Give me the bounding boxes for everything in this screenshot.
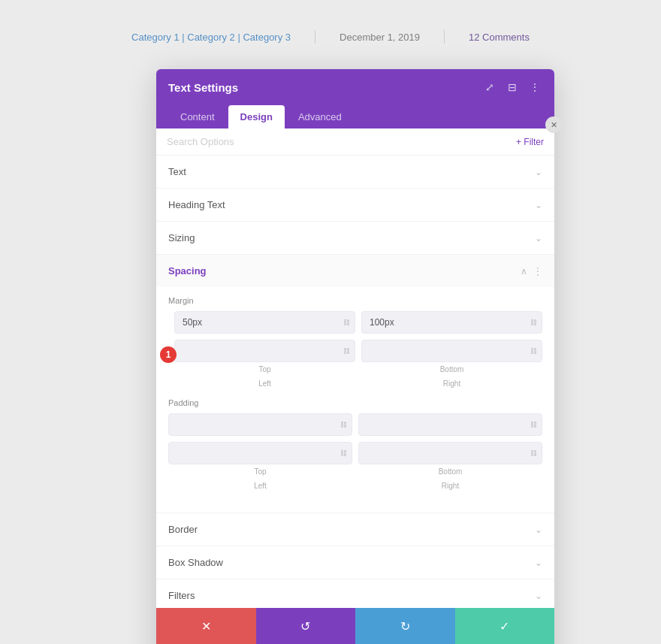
margin-right-wrapper: ⛓: [361, 340, 542, 362]
spacing-body: Margin 1 ⛓ ⛓: [156, 287, 554, 512]
section-filters-label: Filters: [168, 590, 195, 601]
split-icon[interactable]: ⊟: [505, 80, 520, 95]
spacing-title: Spacing: [168, 265, 207, 277]
section-border[interactable]: Border ⌄: [156, 513, 554, 546]
padding-left-wrapper: ⛓: [168, 442, 352, 464]
undo-button[interactable]: ↺: [256, 608, 356, 644]
padding-right-wrapper: ⛓: [358, 442, 542, 464]
redo-button[interactable]: ↻: [355, 608, 455, 644]
link-icon: ⛓: [340, 421, 347, 428]
section-sizing-label: Sizing: [168, 232, 195, 243]
section-box-shadow-label: Box Shadow: [168, 557, 223, 568]
padding-label: Padding: [168, 398, 542, 407]
tab-content[interactable]: Content: [168, 105, 227, 128]
padding-right-label: Right: [358, 482, 542, 490]
padding-top-label: Top: [168, 467, 352, 476]
chevron-down-icon: ⌄: [535, 558, 542, 568]
filter-button[interactable]: + Filter: [516, 137, 544, 147]
margin-inputs: ⛓ ⛓ ⛓ ⛓: [174, 311, 542, 398]
margin-right-label: Right: [361, 379, 542, 388]
section-heading-text-label: Heading Text: [168, 199, 225, 210]
section-spacing: Spacing ∧ ⋮ Margin 1 ⛓: [156, 255, 554, 513]
more-icon[interactable]: ⋮: [527, 80, 542, 95]
search-input[interactable]: [167, 136, 516, 147]
panel-close-button[interactable]: ✕: [545, 116, 562, 133]
section-heading-text[interactable]: Heading Text ⌄: [156, 189, 554, 222]
panel-header: Text Settings ⤢ ⊟ ⋮: [156, 69, 554, 105]
padding-bottom-label: Bottom: [358, 467, 542, 476]
action-bar: ✕ ↺ ↻ ✓: [156, 608, 554, 644]
chevron-down-icon: ⌄: [535, 525, 542, 535]
link-icon: ⛓: [530, 347, 537, 355]
chevron-down-icon: ⌄: [535, 233, 542, 243]
save-button[interactable]: ✓: [455, 608, 555, 644]
padding-left-input[interactable]: [168, 442, 352, 464]
chevron-up-icon[interactable]: ∧: [521, 266, 527, 277]
panel-search: + Filter: [156, 128, 554, 156]
chevron-down-icon: ⌄: [535, 167, 542, 177]
padding-right-input[interactable]: [358, 442, 542, 464]
margin-grid-top: ⛓ ⛓ ⛓ ⛓: [174, 311, 542, 362]
link-icon: ⛓: [340, 449, 347, 457]
link-icon: ⛓: [343, 347, 350, 355]
settings-panel: Text Settings ⤢ ⊟ ⋮ Content Design Advan…: [156, 69, 554, 644]
margin-top-wrapper: ⛓: [174, 311, 355, 334]
padding-bottom-wrapper: ⛓: [358, 413, 542, 436]
chevron-down-icon: ⌄: [535, 591, 542, 601]
padding-top-wrapper: ⛓: [168, 413, 352, 436]
link-icon: ⛓: [530, 421, 537, 428]
padding-grid: ⛓ ⛓ ⛓ ⛓: [168, 413, 542, 464]
margin-bottom-wrapper: ⛓: [361, 311, 542, 334]
margin-label: Margin: [168, 296, 542, 305]
padding-left-label: Left: [168, 482, 352, 490]
link-icon: ⛓: [530, 449, 537, 457]
margin-left-label: Left: [174, 379, 355, 388]
panel-body: Text ⌄ Heading Text ⌄ Sizing ⌄ Spacing ∧…: [156, 156, 554, 644]
spacing-header-icons: ∧ ⋮: [521, 266, 542, 277]
spacing-header[interactable]: Spacing ∧ ⋮: [156, 255, 554, 287]
section-box-shadow[interactable]: Box Shadow ⌄: [156, 546, 554, 579]
panel-header-icons: ⤢ ⊟ ⋮: [482, 80, 542, 95]
panel-tabs: Content Design Advanced: [156, 105, 554, 128]
margin-top-label: Top: [174, 365, 355, 373]
margin-field-labels: Top Bottom Left Right: [174, 365, 542, 388]
tab-design[interactable]: Design: [228, 105, 285, 128]
tab-advanced[interactable]: Advanced: [286, 105, 354, 128]
chevron-down-icon: ⌄: [535, 200, 542, 210]
maximize-icon[interactable]: ⤢: [482, 80, 497, 95]
margin-top-input[interactable]: [174, 311, 355, 334]
cancel-button[interactable]: ✕: [156, 608, 256, 644]
margin-row: 1 ⛓ ⛓: [168, 311, 542, 398]
margin-bottom-label: Bottom: [361, 365, 542, 373]
padding-top-input[interactable]: [168, 413, 352, 436]
section-sizing[interactable]: Sizing ⌄: [156, 222, 554, 255]
margin-left-input[interactable]: [174, 340, 355, 362]
section-border-label: Border: [168, 524, 198, 535]
margin-right-input[interactable]: [361, 340, 542, 362]
margin-left-wrapper: ⛓: [174, 340, 355, 362]
link-icon: ⛓: [343, 319, 350, 326]
padding-field-labels: Top Bottom Left Right: [168, 467, 542, 490]
section-text-label: Text: [168, 166, 186, 177]
step-badge: 1: [160, 346, 177, 363]
padding-bottom-input[interactable]: [358, 413, 542, 436]
link-icon: ⛓: [530, 319, 537, 326]
spacing-more-icon[interactable]: ⋮: [533, 266, 542, 277]
panel-title: Text Settings: [168, 81, 238, 94]
section-text[interactable]: Text ⌄: [156, 156, 554, 189]
margin-bottom-input[interactable]: [361, 311, 542, 334]
